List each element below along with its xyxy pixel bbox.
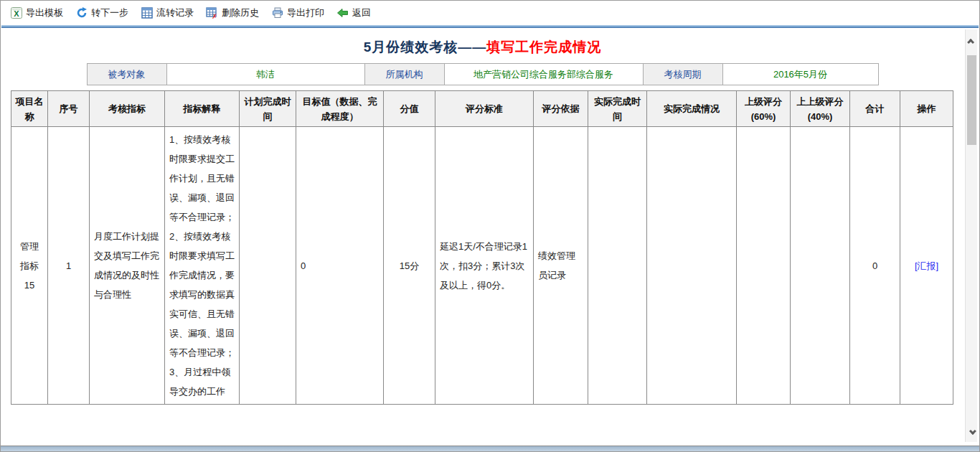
organization-value: 地产营销公司综合服务部综合服务 [444,63,644,85]
indicator-cell: 月度工作计划提交及填写工作完成情况的及时性与合理性 [90,127,165,405]
super-superior-score-cell [791,127,850,405]
total-cell: 0 [850,127,900,405]
col-score: 分值 [384,91,435,127]
report-link[interactable]: [汇报] [915,260,938,271]
toolbar: X 导出模板 转下一步 流转记录 ✗ 删除历史 导出打印 [1,1,979,25]
assessment-table: 项目名称 序号 考核指标 指标解释 计划完成时间 目标值（数据、完成程度） 分值… [11,90,953,405]
vertical-scrollbar[interactable] [965,29,977,442]
page-title: 5月份绩效考核——填写工作完成情况 [1,38,963,57]
scroll-down-button[interactable] [966,425,978,439]
bottom-bar [1,446,979,451]
score-cell: 15分 [384,127,435,405]
delete-table-icon: ✗ [206,7,218,19]
grid-record-icon [141,7,153,19]
delete-history-button[interactable]: ✗ 删除历史 [206,6,259,19]
col-actual-time: 实际完成时间 [588,91,647,127]
actual-time-cell [588,127,647,405]
col-indicator: 考核指标 [90,91,165,127]
organization-label: 所属机构 [364,63,445,85]
project-name-link[interactable]: 管理指标15 [11,127,48,405]
scroll-up-button[interactable] [966,34,978,48]
col-target: 目标值（数据、完成程度） [296,91,384,127]
toolbar-button-label: 删除历史 [222,6,259,19]
action-cell: [汇报] [900,127,953,405]
export-print-button[interactable]: 导出打印 [271,6,324,19]
back-button[interactable]: 返回 [336,6,371,19]
assessee-value: 韩洁 [166,63,365,85]
seq-cell: 1 [48,127,90,405]
explanation-cell: 1、按绩效考核时限要求提交工作计划，且无错误、漏项、退回等不合理记录； 2、按绩… [165,127,240,405]
col-super-superior-score: 上上级评分(40%) [791,91,850,127]
period-label: 考核周期 [643,63,723,85]
col-criteria: 评分标准 [435,91,534,127]
svg-text:✗: ✗ [212,13,217,19]
criteria-cell: 延迟1天/不合理记录1次，扣3分；累计3次及以上，得0分。 [435,127,534,405]
next-step-button[interactable]: 转下一步 [75,6,128,19]
assessment-info-bar: 被考对象 韩洁 所属机构 地产营销公司综合服务部综合服务 考核周期 2016年5… [1,63,963,85]
table-row: 管理指标15 1 月度工作计划提交及填写工作完成情况的及时性与合理性 1、按绩效… [11,127,953,405]
planned-time-cell [240,127,296,405]
content-area: 5月份绩效考核——填写工作完成情况 被考对象 韩洁 所属机构 地产营销公司综合服… [1,29,963,446]
printer-icon [271,7,283,19]
toolbar-button-label: 流转记录 [156,6,194,19]
col-superior-score: 上级评分(60%) [737,91,791,127]
toolbar-button-label: 导出打印 [287,6,324,19]
refresh-icon [75,7,88,19]
col-explanation: 指标解释 [165,91,240,127]
col-total: 合计 [850,91,900,127]
scrollbar-thumb[interactable] [967,55,976,145]
period-value: 2016年5月份 [722,63,879,85]
excel-icon: X [10,7,22,19]
col-actual-status: 实际完成情况 [647,91,737,127]
col-action: 操作 [900,91,953,127]
superior-score-cell [737,127,791,405]
chevron-down-icon [969,428,976,435]
col-basis: 评分依据 [534,91,588,127]
toolbar-button-label: 导出模板 [26,6,63,19]
page-title-main: 5月份绩效考核—— [364,39,487,55]
flow-record-button[interactable]: 流转记录 [141,6,194,19]
svg-text:X: X [14,9,19,18]
export-template-button[interactable]: X 导出模板 [10,6,63,19]
target-cell: 0 [296,127,384,405]
actual-status-cell [647,127,737,405]
assessee-label: 被考对象 [87,63,167,85]
basis-cell: 绩效管理员记录 [534,127,588,405]
page-title-highlight: 填写工作完成情况 [486,39,601,55]
toolbar-button-label: 返回 [352,6,371,19]
chevron-up-icon [967,38,974,45]
table-header-row: 项目名称 序号 考核指标 指标解释 计划完成时间 目标值（数据、完成程度） 分值… [11,91,953,127]
toolbar-separator [1,25,979,28]
page: X 导出模板 转下一步 流转记录 ✗ 删除历史 导出打印 [0,0,980,452]
col-planned-time: 计划完成时间 [240,91,296,127]
toolbar-button-label: 转下一步 [91,6,128,19]
col-project-name: 项目名称 [11,91,48,127]
col-seq: 序号 [48,91,90,127]
back-arrow-icon [336,7,349,19]
